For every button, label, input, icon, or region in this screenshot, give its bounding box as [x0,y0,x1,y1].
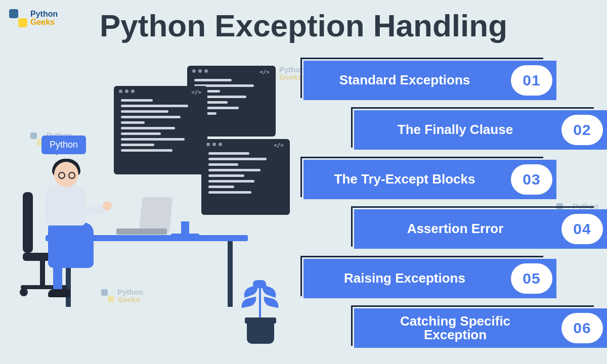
code-window: </> [114,86,207,174]
topic-number-badge: 04 [561,214,603,244]
laptop-icon [116,229,167,235]
code-tag-icon: </> [274,142,284,149]
topic-label: Standard Exceptions [339,73,470,87]
topic-item-finally-clause: The Finally Clause 02 [354,110,607,150]
topic-number-badge: 06 [561,313,603,343]
brand-line2: Geeks [30,18,58,26]
brand-text: Python Geeks [30,10,58,26]
laptop-icon [139,197,172,233]
topic-item-standard-exceptions: Standard Exceptions 01 [304,61,556,100]
desk-leg [228,241,233,307]
topic-list: Standard Exceptions 01 The Finally Claus… [304,61,607,358]
brand-logo: Python Geeks [9,9,58,27]
plant-icon [238,273,283,344]
topic-number-badge: 01 [511,65,552,96]
brand-line1: Python [30,10,58,18]
topic-number-badge: 02 [561,115,603,145]
topic-label: The Finally Clause [398,123,513,136]
speech-bubble: Python [41,135,86,154]
topic-label: Assertion Error [407,222,504,236]
topic-item-try-except: The Try-Except Blocks 03 [304,160,556,199]
topic-label: The Try-Except Blocks [334,172,475,186]
person-icon [23,162,109,293]
topic-item-catching-specific: Catching Specific Exception 06 [354,308,607,348]
topic-number-badge: 05 [511,263,552,294]
page-title: Python Exception Handling [100,8,507,43]
code-window: </> [201,139,290,215]
topic-label: Catching Specific Exception [374,314,536,342]
topic-number-badge: 03 [511,164,552,195]
code-tag-icon: </> [259,69,270,75]
topic-label: Raising Exceptions [344,271,465,285]
topic-item-assertion-error: Assertion Error 04 [354,209,607,249]
monitor-stand [171,234,199,238]
code-tag-icon: </> [191,89,201,96]
python-logo-icon [9,9,27,27]
topic-item-raising-exceptions: Raising Exceptions 05 [304,259,556,298]
